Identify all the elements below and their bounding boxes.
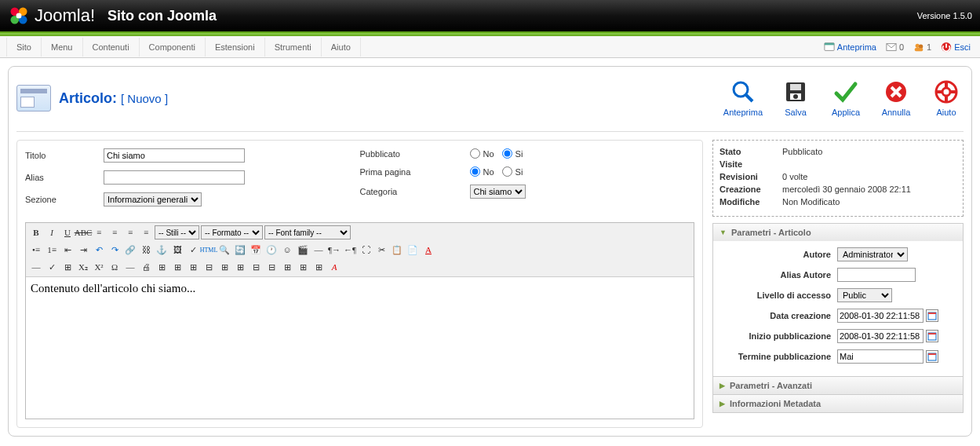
calendar-pubend-button[interactable] <box>926 350 938 363</box>
editor-row-before-button[interactable]: ⊞ <box>170 260 184 274</box>
menu-aiuto[interactable]: Aiuto <box>322 38 361 57</box>
toolbar-apply-button[interactable]: Applica <box>829 79 863 117</box>
editor-fullscreen-button[interactable]: ⛶ <box>359 243 373 257</box>
editor-anchor-button[interactable]: ⚓ <box>155 243 169 257</box>
input-alias[interactable] <box>104 170 245 185</box>
editor-replace-button[interactable]: 🔄 <box>233 243 247 257</box>
input-title[interactable] <box>104 148 245 163</box>
editor-cut-button[interactable]: ✂ <box>374 243 388 257</box>
page-title-main: Articolo: <box>59 90 117 106</box>
panel-metadata-header[interactable]: ▶Informazioni Metadata <box>713 395 963 412</box>
editor-col-after-button[interactable]: ⊞ <box>233 260 247 274</box>
toolbar-save-button[interactable]: Salva <box>778 79 813 117</box>
editor-unlink-button[interactable]: ⛓ <box>139 243 153 257</box>
editor-find-button[interactable]: 🔍 <box>217 243 231 257</box>
editor-media-button[interactable]: 🎬 <box>296 243 310 257</box>
users-indicator[interactable]: 1 <box>913 42 931 53</box>
toolbar-help-button[interactable]: Aiuto <box>929 79 964 117</box>
editor-bold-button[interactable]: B <box>29 225 43 239</box>
editor-outdent-button[interactable]: ⇤ <box>60 243 75 257</box>
editor-emoticon-button[interactable]: ☺ <box>280 243 294 257</box>
editor-split-button[interactable]: ⊟ <box>264 260 279 274</box>
editor-textcolor-button[interactable]: A <box>421 243 435 257</box>
editor-align-center-button[interactable]: ≡ <box>107 225 122 239</box>
editor-italic-button[interactable]: I <box>45 225 59 239</box>
editor-row-after-button[interactable]: ⊞ <box>186 260 200 274</box>
editor-content-area[interactable]: Contenuto dell'articolo chi siamo... <box>26 277 694 419</box>
menu-contenuti[interactable]: Contenuti <box>83 38 140 57</box>
select-access[interactable]: Public <box>837 288 892 302</box>
logout-link[interactable]: Esci <box>941 42 971 53</box>
editor-redo-button[interactable]: ↷ <box>107 243 122 257</box>
editor-removefmt-button[interactable]: ✓ <box>45 260 59 274</box>
editor-table-button[interactable]: ⊞ <box>155 260 169 274</box>
editor-merge-button[interactable]: ⊞ <box>280 260 294 274</box>
editor-image-button[interactable]: 🖼 <box>170 243 184 257</box>
editor-copy-button[interactable]: 📋 <box>390 243 404 257</box>
editor-underline-button[interactable]: U <box>60 225 75 239</box>
editor-ltr-button[interactable]: ¶→ <box>327 243 341 257</box>
row-alias: Alias <box>25 170 360 185</box>
editor-date-button[interactable]: 📅 <box>249 243 263 257</box>
editor-align-left-button[interactable]: ≡ <box>92 225 106 239</box>
svg-point-21 <box>942 88 950 96</box>
toolbar-preview-button[interactable]: Anteprima <box>723 79 763 117</box>
panel-advanced-header[interactable]: ▶Parametri - Avanzati <box>713 377 963 394</box>
editor-sub-button[interactable]: X₂ <box>76 260 90 274</box>
menu-menu[interactable]: Menu <box>42 38 83 57</box>
menu-estensioni[interactable]: Estensioni <box>206 38 265 57</box>
radio-published-no[interactable] <box>470 148 480 159</box>
select-section[interactable]: Informazioni generali <box>104 192 202 207</box>
messages-indicator[interactable]: 0 <box>886 42 904 53</box>
editor-sup-button[interactable]: X² <box>92 260 106 274</box>
editor-col-before-button[interactable]: ⊞ <box>217 260 231 274</box>
editor-indent-button[interactable]: ⇥ <box>76 243 90 257</box>
radio-frontpage-no[interactable] <box>470 166 480 177</box>
editor-delete-col-button[interactable]: ⊟ <box>249 260 263 274</box>
editor-row-props-button[interactable]: ⊞ <box>296 260 310 274</box>
select-author[interactable]: Administrator <box>837 247 908 261</box>
editor-print-button[interactable]: 🖨 <box>139 260 153 274</box>
calendar-pubstart-button[interactable] <box>926 330 938 342</box>
editor-align-right-button[interactable]: ≡ <box>123 225 137 239</box>
input-pubend[interactable] <box>837 349 924 364</box>
input-created-date[interactable] <box>837 309 924 323</box>
editor-font-select[interactable]: -- Font family -- <box>264 225 351 239</box>
editor-hr-button[interactable]: — <box>311 243 326 257</box>
editor-paste-button[interactable]: 📄 <box>406 243 420 257</box>
editor-format-select[interactable]: -- Formato -- <box>201 225 263 239</box>
editor-delete-row-button[interactable]: ⊟ <box>202 260 216 274</box>
calendar-created-button[interactable] <box>926 309 938 322</box>
menu-strumenti[interactable]: Strumenti <box>265 38 322 57</box>
editor-visualaid-button[interactable]: ⊞ <box>60 260 75 274</box>
editor-ol-button[interactable]: 1≡ <box>45 243 59 257</box>
info-state: StatoPubblicato <box>720 147 956 156</box>
editor-hr2-button[interactable]: — <box>29 260 43 274</box>
editor-styleprops-button[interactable]: A <box>327 260 341 274</box>
editor-cleanup-button[interactable]: ✓ <box>186 243 200 257</box>
editor-undo-button[interactable]: ↶ <box>92 243 106 257</box>
editor-pagebreak-button[interactable]: — <box>123 260 137 274</box>
radio-published-si[interactable] <box>502 148 512 159</box>
editor-char-button[interactable]: Ω <box>107 260 122 274</box>
select-category[interactable]: Chi siamo <box>470 185 526 199</box>
toolbar-cancel-button[interactable]: Annulla <box>879 79 913 117</box>
editor-link-button[interactable]: 🔗 <box>123 243 137 257</box>
radio-frontpage-si[interactable] <box>502 166 512 177</box>
page-title-sub: [ Nuovo ] <box>121 92 168 105</box>
menu-sito[interactable]: Sito <box>6 38 42 57</box>
editor-time-button[interactable]: 🕐 <box>264 243 279 257</box>
editor-rtl-button[interactable]: ←¶ <box>343 243 357 257</box>
editor-ul-button[interactable]: •≡ <box>29 243 43 257</box>
editor-align-justify-button[interactable]: ≡ <box>139 225 153 239</box>
menu-componenti[interactable]: Componenti <box>140 38 206 57</box>
preview-link[interactable]: Anteprima <box>824 42 876 53</box>
info-box: StatoPubblicato Visite Revisioni0 volte … <box>712 140 964 217</box>
panel-article-header[interactable]: ▼Parametri - Articolo <box>713 224 963 241</box>
editor-strike-button[interactable]: ABC <box>76 225 90 239</box>
input-pubstart[interactable] <box>837 329 924 343</box>
input-author-alias[interactable] <box>837 268 916 282</box>
editor-style-select[interactable]: -- Stili -- <box>155 225 199 239</box>
editor-cell-props-button[interactable]: ⊞ <box>311 260 326 274</box>
editor-html-button[interactable]: HTML <box>202 243 216 257</box>
